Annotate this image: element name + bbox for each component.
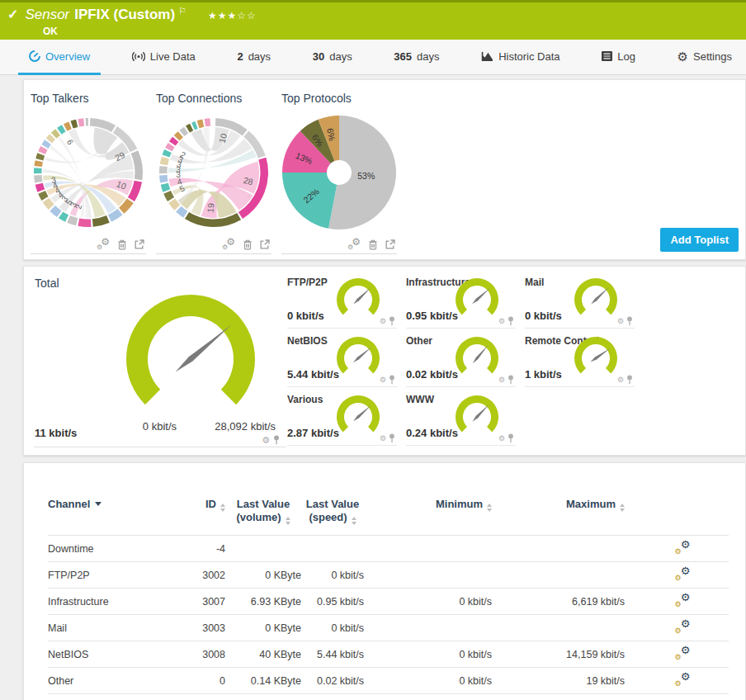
sensor-header: ✓ Sensor IPFIX (Custom) ⚐ ★★★☆☆ OK (0, 0, 746, 40)
column-header-last-value-volume[interactable]: Last Value(volume) (225, 498, 301, 525)
cell-last-value-speed: 0 kbit/s (301, 570, 364, 581)
gauge-settings-icon[interactable]: ⚙ (262, 436, 270, 445)
channel-settings-icon[interactable]: ⚙⚙ (675, 567, 691, 581)
channel-settings-icon[interactable]: ⚙⚙ (675, 673, 691, 687)
tab-historic-data[interactable]: Historic Data (470, 40, 570, 75)
cell-actions: ⚙⚙ (625, 646, 740, 663)
toplist-settings-icon[interactable]: ⚙⚙ (222, 239, 235, 250)
gauge-settings-icon[interactable]: ⚙ (380, 435, 386, 442)
table-body: Downtime-4⚙⚙FTP/P2P30020 KByte0 kbit/s⚙⚙… (48, 535, 729, 694)
cell-last-value-volume: 0.14 KByte (225, 675, 301, 687)
total-gauge (116, 285, 265, 425)
gauge-pin-icon[interactable] (389, 433, 395, 443)
channel-gauge (570, 335, 621, 381)
toplist-delete-icon[interactable] (243, 239, 253, 250)
gauge-channel-label: Other (406, 335, 432, 347)
tab-365-days[interactable]: 365days (383, 40, 450, 75)
column-header-id[interactable]: ID (188, 498, 225, 512)
channel-gauge (451, 335, 503, 381)
gauge-settings-icon[interactable]: ⚙ (617, 318, 624, 325)
channel-settings-icon[interactable]: ⚙⚙ (675, 620, 691, 634)
toplist-open-icon[interactable] (385, 239, 395, 249)
gauge-channel-value: 0.95 kbit/s (406, 310, 458, 322)
channel-settings-icon[interactable]: ⚙⚙ (675, 541, 691, 555)
gauge-pin-icon[interactable] (508, 433, 514, 443)
cell-minimum: 0 kbit/s (364, 675, 492, 687)
column-header-channel[interactable]: Channel (48, 498, 188, 511)
column-label: Last Value (306, 498, 359, 510)
table-row: FTP/P2P30020 KByte0 kbit/s⚙⚙ (48, 561, 729, 588)
gauge-settings-icon[interactable]: ⚙ (380, 318, 386, 325)
gauge-settings-icon[interactable]: ⚙ (498, 435, 505, 442)
tab-2-days[interactable]: 2days (226, 40, 281, 75)
toplist-delete-icon[interactable] (117, 239, 127, 250)
cell-actions: ⚙⚙ (625, 567, 740, 584)
cell-last-value-volume: 0 KByte (225, 570, 301, 581)
tab-settings[interactable]: ⚙Settings (667, 40, 743, 75)
add-toplist-button[interactable]: Add Toplist (660, 228, 739, 252)
gauge-channel-value: 0.02 kbit/s (406, 368, 458, 381)
gauge-channel-label: FTP/P2P (287, 277, 328, 288)
gauge-settings-icon[interactable]: ⚙ (380, 376, 386, 384)
gauge-pin-icon[interactable] (389, 375, 395, 385)
hist-icon (481, 51, 493, 62)
channel-gauge (333, 394, 384, 440)
gauge-channel-label: Various (287, 394, 323, 405)
priority-stars[interactable]: ★★★☆☆ (208, 10, 257, 21)
gauge-cell-other: Other0.02 kbit/s⚙ (406, 329, 516, 387)
gauge-pin-icon[interactable] (626, 316, 633, 326)
cell-id: 3002 (188, 570, 225, 581)
toplist-settings-icon[interactable]: ⚙⚙ (97, 239, 110, 250)
toplist-title: Top Talkers (31, 92, 146, 105)
gauge-pin-icon[interactable] (389, 316, 395, 326)
cell-actions: ⚙⚙ (625, 541, 740, 557)
cell-maximum: 6,619 kbit/s (492, 596, 625, 608)
tab-label: Live Data (150, 50, 196, 63)
column-header-last-value-speed[interactable]: Last Value(speed) (301, 498, 364, 525)
channel-settings-icon[interactable]: ⚙⚙ (675, 594, 691, 608)
sort-arrows-icon[interactable] (352, 517, 356, 525)
column-header-maximum[interactable]: Maximum (492, 498, 625, 512)
toplist-chart-chord[interactable]: 1028192333345 (156, 113, 271, 235)
chart-label: 6 (65, 138, 76, 147)
tab-live-data[interactable]: Live Data (121, 40, 206, 75)
cell-last-value-volume: 0 KByte (225, 622, 301, 634)
tab-label: Log (617, 50, 635, 63)
cell-actions: ⚙⚙ (625, 594, 740, 610)
cell-last-value-volume: 40 KByte (225, 649, 301, 660)
gauge-pin-icon[interactable] (273, 435, 280, 445)
tab-30-days[interactable]: 30days (302, 40, 363, 75)
column-header-minimum[interactable]: Minimum (364, 498, 492, 512)
sensor-status-badge: OK (43, 26, 58, 37)
gauge-cell-www: WWW0.24 kbit/s⚙ (406, 387, 516, 446)
tab-log[interactable]: Log (591, 40, 646, 75)
table-row: Mail30030 KByte0 kbit/s⚙⚙ (48, 614, 729, 641)
column-label: ID (205, 498, 216, 510)
sort-arrows-icon[interactable] (286, 517, 290, 525)
channel-settings-icon[interactable]: ⚙⚙ (675, 646, 691, 660)
tab-bar: OverviewLive Data2days30days365daysHisto… (0, 40, 746, 75)
tab-label: Overview (45, 50, 90, 63)
toplist-settings-icon[interactable]: ⚙⚙ (347, 239, 361, 250)
total-label: Total (35, 277, 59, 290)
gauge-pin-icon[interactable] (626, 375, 633, 385)
toplist-chart-pie[interactable]: 53%22%13%6%6% (281, 113, 397, 235)
gauge-settings-icon[interactable]: ⚙ (498, 376, 505, 384)
tab-overview[interactable]: Overview (18, 40, 101, 75)
cell-last-value-volume: 6.93 KByte (225, 596, 301, 608)
gauge-pin-icon[interactable] (508, 375, 514, 385)
gauge-settings-icon[interactable]: ⚙ (498, 318, 505, 325)
toplist-chart-chord[interactable]: 2910623534443 (31, 113, 146, 235)
gauge-settings-icon[interactable]: ⚙ (617, 376, 624, 384)
cell-id: 0 (188, 675, 225, 687)
sort-arrows-icon[interactable] (620, 504, 625, 512)
gauge-cell-actions: ⚙ (617, 375, 633, 385)
gauge-pin-icon[interactable] (508, 316, 514, 326)
toplist-delete-icon[interactable] (368, 239, 378, 250)
flag-icon[interactable]: ⚐ (178, 6, 186, 17)
cell-maximum: 19 kbit/s (492, 675, 625, 687)
toplist-open-icon[interactable] (135, 239, 144, 249)
gauge-channel-value: 0.24 kbit/s (406, 427, 458, 439)
chart-label: 19 (205, 202, 215, 213)
toplist-open-icon[interactable] (260, 239, 270, 249)
